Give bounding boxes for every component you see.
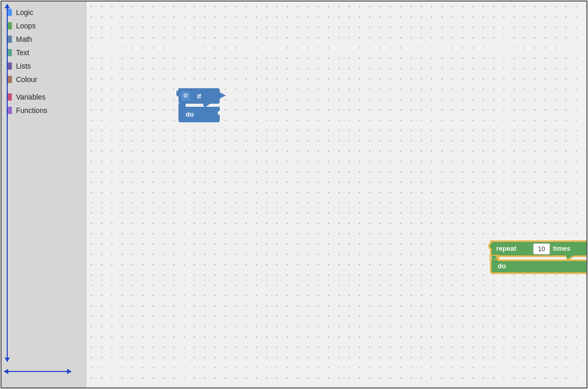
sidebar-label-functions: Functions (16, 106, 47, 115)
sidebar-label-lists: Lists (16, 62, 31, 70)
sidebar-label-text: Text (16, 48, 29, 57)
svg-text:do: do (186, 110, 194, 118)
repeat-block-svg: repeat 10 times do (488, 239, 586, 276)
if-block[interactable]: ⚙ if do (176, 88, 228, 125)
sidebar-label-logic: Logic (16, 8, 33, 17)
svg-text:times: times (553, 245, 570, 252)
sidebar-item-math[interactable]: Math (2, 33, 86, 46)
arrow-up (5, 4, 10, 8)
svg-text:⚙: ⚙ (183, 92, 188, 99)
vertical-arrow-line (7, 7, 8, 359)
sidebar-item-lists[interactable]: Lists (2, 59, 86, 73)
main-container: Logic Loops Math Text Lists Colour Varia… (1, 1, 587, 388)
repeat-block[interactable]: repeat 10 times do (488, 239, 586, 278)
svg-text:do: do (498, 262, 506, 270)
if-block-svg: ⚙ if do (176, 88, 228, 123)
arrow-right (67, 369, 72, 374)
svg-text:10: 10 (538, 246, 545, 253)
sidebar-label-math: Math (16, 35, 32, 43)
sidebar-label-loops: Loops (16, 22, 36, 30)
sidebar-item-functions[interactable]: Functions (2, 104, 86, 117)
arrow-down (5, 358, 10, 362)
horizontal-arrow-line (7, 371, 69, 372)
sidebar-label-variables: Variables (16, 93, 45, 101)
sidebar-label-colour: Colour (16, 75, 37, 84)
sidebar-item-loops[interactable]: Loops (2, 19, 86, 33)
sidebar-divider (2, 86, 86, 90)
sidebar: Logic Loops Math Text Lists Colour Varia… (2, 2, 86, 387)
svg-text:repeat: repeat (496, 245, 517, 252)
sidebar-item-colour[interactable]: Colour (2, 73, 86, 86)
sidebar-item-logic[interactable]: Logic (2, 6, 86, 19)
arrow-left (4, 369, 8, 374)
svg-text:if: if (197, 92, 202, 100)
sidebar-item-text[interactable]: Text (2, 46, 86, 59)
sidebar-item-variables[interactable]: Variables (2, 90, 86, 104)
block-canvas[interactable]: ⚙ if do repeat (86, 2, 586, 387)
